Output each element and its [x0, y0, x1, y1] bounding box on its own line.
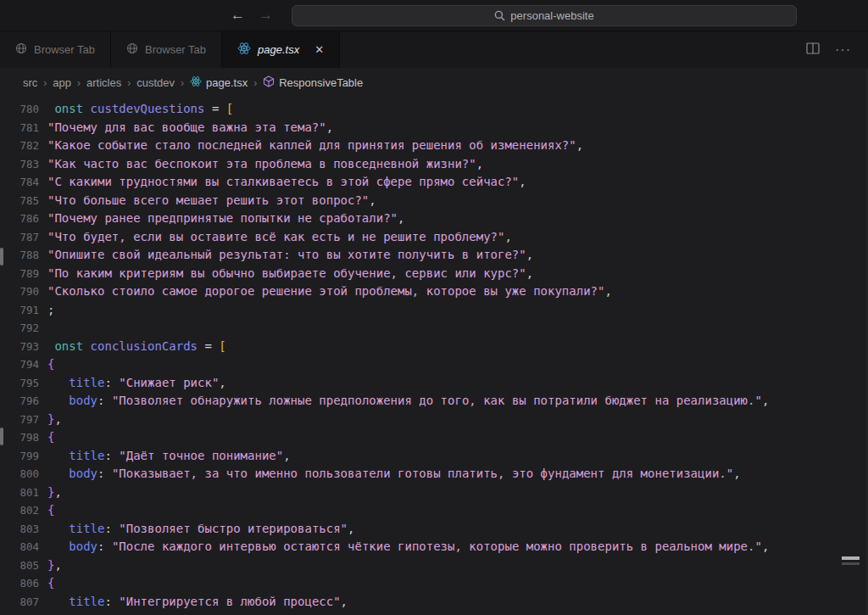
- code-line[interactable]: 793 onst conclusionCards = [: [0, 338, 868, 356]
- line-number[interactable]: 807: [0, 593, 39, 612]
- code-line-text[interactable]: onst custdevQuestions = [: [47, 100, 233, 119]
- code-line[interactable]: 794{: [0, 355, 868, 374]
- line-number[interactable]: 802: [0, 501, 39, 520]
- code-line-text[interactable]: {: [47, 501, 54, 520]
- code-line[interactable]: 786"Почему ранее предпринятые попытки не…: [0, 210, 868, 228]
- code-line-text[interactable]: title: "Снижает риск",: [47, 374, 226, 393]
- line-number[interactable]: 801: [0, 484, 39, 502]
- line-number[interactable]: 785: [0, 192, 39, 210]
- line-number[interactable]: 797: [0, 411, 39, 429]
- code-line[interactable]: 807 title: "Интегрируется в любой процес…: [0, 593, 868, 612]
- more-actions-icon[interactable]: ···: [835, 42, 851, 58]
- code-line[interactable]: 790"Сколько стоило самое дорогое решение…: [0, 282, 868, 301]
- breadcrumb-item-symbol[interactable]: ResponsiveTable: [263, 75, 363, 90]
- code-line[interactable]: 789"По каким критериям вы обычно выбирае…: [0, 265, 868, 283]
- code-line-text[interactable]: ;: [47, 301, 54, 320]
- code-line[interactable]: 800 body: "Показывает, за что именно пол…: [0, 465, 868, 484]
- breadcrumb-item-src[interactable]: src: [23, 76, 37, 89]
- code-line-text[interactable]: "Почему для вас вообще важна эта тема?",: [47, 119, 333, 137]
- line-number[interactable]: 803: [0, 520, 39, 539]
- code-line-text[interactable]: {: [47, 428, 54, 447]
- line-number[interactable]: 795: [0, 374, 39, 393]
- code-line-text[interactable]: title: "Позволяет быстро итерироваться",: [47, 520, 354, 539]
- code-line[interactable]: 801},: [0, 484, 868, 502]
- line-number[interactable]: 780: [0, 100, 39, 119]
- line-number[interactable]: 792: [0, 319, 39, 338]
- line-number[interactable]: 790: [0, 282, 39, 301]
- back-arrow-icon[interactable]: ←: [231, 7, 245, 24]
- close-icon[interactable]: ✕: [314, 43, 324, 56]
- code-line[interactable]: 799 title: "Даёт точное понимание",: [0, 447, 868, 466]
- breadcrumb-item-app[interactable]: app: [53, 76, 71, 89]
- line-number[interactable]: 781: [0, 119, 39, 137]
- code-line-text[interactable]: "Опишите свой идеальный результат: что в…: [47, 246, 533, 265]
- code-line[interactable]: 781"Почему для вас вообще важна эта тема…: [0, 119, 868, 137]
- line-number[interactable]: 788: [0, 246, 39, 265]
- line-number[interactable]: 805: [0, 556, 39, 575]
- breadcrumb-separator: ›: [253, 77, 257, 89]
- code-line[interactable]: 804 body: "После каждого интервью остают…: [0, 538, 868, 556]
- code-line-text[interactable]: {: [47, 355, 54, 374]
- code-line-text[interactable]: "По каким критериям вы обычно выбираете …: [47, 265, 533, 283]
- breadcrumb-item-articles[interactable]: articles: [86, 76, 121, 89]
- line-number[interactable]: 800: [0, 465, 39, 484]
- code-line-text[interactable]: },: [47, 484, 62, 502]
- code-line-text[interactable]: },: [47, 411, 62, 429]
- code-line-text[interactable]: title: "Интегрируется в любой процесс",: [47, 593, 348, 612]
- line-number[interactable]: 791: [0, 301, 39, 320]
- code-line[interactable]: 792: [0, 319, 868, 338]
- line-number[interactable]: 796: [0, 392, 39, 411]
- line-number[interactable]: 794: [0, 355, 39, 374]
- code-line[interactable]: 802{: [0, 501, 868, 520]
- line-number[interactable]: 784: [0, 173, 39, 192]
- code-line[interactable]: 788"Опишите свой идеальный результат: чт…: [0, 246, 868, 265]
- line-number[interactable]: 798: [0, 428, 39, 447]
- code-line-text[interactable]: body: "Показывает, за что именно пользов…: [47, 465, 741, 484]
- code-line[interactable]: 796 body: "Позволяет обнаружить ложные п…: [0, 392, 868, 411]
- line-number[interactable]: 786: [0, 210, 39, 228]
- code-line-text[interactable]: "Сколько стоило самое дорогое решение эт…: [47, 282, 612, 301]
- code-line[interactable]: 805},: [0, 556, 868, 575]
- line-number[interactable]: 783: [0, 155, 39, 174]
- code-line[interactable]: 806{: [0, 574, 868, 593]
- code-line[interactable]: 797},: [0, 411, 868, 429]
- code-line-text[interactable]: "Что будет, если вы оставите всё как ест…: [47, 228, 512, 247]
- code-line-text[interactable]: "Какое событие стало последней каплей дл…: [47, 137, 583, 155]
- line-number[interactable]: 793: [0, 338, 39, 356]
- tab-label: Browser Tab: [145, 43, 206, 56]
- code-line[interactable]: 784"С какими трудностями вы сталкиваетес…: [0, 173, 868, 192]
- code-line[interactable]: 795 title: "Снижает риск",: [0, 374, 868, 393]
- tab-page-tsx[interactable]: page.tsx ✕: [222, 31, 340, 68]
- split-editor-icon[interactable]: [806, 42, 820, 58]
- tab-browser-1[interactable]: Browser Tab: [0, 31, 111, 68]
- code-line[interactable]: 791;: [0, 301, 868, 320]
- line-number[interactable]: 782: [0, 137, 39, 155]
- breadcrumb-item-custdev[interactable]: custdev: [136, 76, 175, 89]
- code-editor[interactable]: 780 onst custdevQuestions = [781"Почему …: [0, 98, 868, 611]
- code-line-text[interactable]: body: "После каждого интервью остаются ч…: [47, 538, 769, 556]
- code-line-text[interactable]: body: "Позволяет обнаружить ложные предп…: [47, 392, 769, 411]
- code-line-text[interactable]: "Как часто вас беспокоит эта проблема в …: [47, 155, 483, 174]
- line-number[interactable]: 789: [0, 265, 39, 283]
- breadcrumb-item-file[interactable]: page.tsx: [190, 75, 248, 90]
- code-line[interactable]: 798{: [0, 428, 868, 447]
- code-line[interactable]: 787"Что будет, если вы оставите всё как …: [0, 228, 868, 247]
- code-line-text[interactable]: },: [47, 556, 62, 575]
- code-line[interactable]: 785"Что больше всего мешает решить этот …: [0, 192, 868, 210]
- code-line[interactable]: 782"Какое событие стало последней каплей…: [0, 137, 868, 155]
- code-line-text[interactable]: title: "Даёт точное понимание",: [47, 447, 291, 466]
- line-number[interactable]: 799: [0, 447, 39, 466]
- line-number[interactable]: 806: [0, 574, 39, 593]
- line-number[interactable]: 804: [0, 538, 39, 556]
- search-input[interactable]: personal-website: [292, 5, 797, 26]
- code-line-text[interactable]: "Что больше всего мешает решить этот воп…: [47, 192, 376, 210]
- code-line-text[interactable]: {: [47, 574, 54, 593]
- code-line[interactable]: 783"Как часто вас беспокоит эта проблема…: [0, 155, 868, 174]
- code-line-text[interactable]: "С какими трудностями вы сталкиваетесь в…: [47, 173, 526, 192]
- code-line-text[interactable]: onst conclusionCards = [: [47, 338, 226, 356]
- code-line-text[interactable]: "Почему ранее предпринятые попытки не ср…: [47, 210, 404, 228]
- code-line[interactable]: 803 title: "Позволяет быстро итерировать…: [0, 520, 868, 539]
- line-number[interactable]: 787: [0, 228, 39, 247]
- tab-browser-2[interactable]: Browser Tab: [111, 31, 222, 68]
- code-line[interactable]: 780 onst custdevQuestions = [: [0, 100, 868, 119]
